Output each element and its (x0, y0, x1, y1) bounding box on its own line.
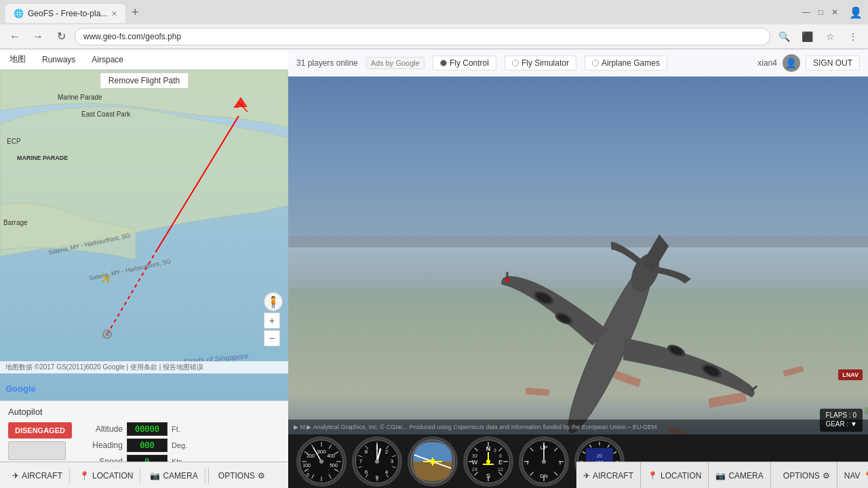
back-button[interactable]: ← (5, 27, 24, 46)
map-tabs: 地图 Runways Airspace (0, 49, 288, 70)
map-attribution: 地图数据 ©2017 GS(2011)6020 Google | 使用条款 | … (0, 361, 288, 373)
minimize-icon[interactable]: — (800, 5, 813, 20)
svg-text:3: 3 (391, 458, 394, 464)
bookmark-icon[interactable]: ☆ (821, 27, 840, 46)
user-profile-icon[interactable]: 👤 (849, 6, 863, 19)
address-bar[interactable] (75, 28, 770, 45)
location-icon: 📍 (79, 471, 90, 481)
players-online: 31 players online (296, 58, 358, 68)
sign-out-button[interactable]: SIGN OUT (806, 56, 860, 70)
main-content: 地图 Runways Airspace (0, 49, 868, 488)
streetview-icon[interactable]: 🧍 (264, 292, 283, 311)
cesium-attribution: ▶ M ▶ Analytical Graphics, Inc. © CGIar.… (294, 424, 656, 430)
svg-point-104 (542, 460, 546, 464)
toolbar-nav-nav[interactable]: NAV 📍 (837, 462, 868, 489)
label-marine-upper: MARINE PARADE (17, 155, 68, 161)
browser-tab[interactable]: 🌐 GeoFS - Free-to-pla... ✕ (5, 4, 125, 23)
sim-header: 31 players online Ads by Google Fly Cont… (288, 49, 868, 77)
tab-map[interactable]: 地图 (5, 51, 30, 68)
nav-item-aircraft[interactable]: ✈ AIRCRAFT (5, 468, 70, 483)
options-label: OPTIONS (218, 471, 255, 481)
aircraft-icon: ✈ (12, 471, 19, 481)
flaps-gear-indicator: FLAPS : 0 GEAR : ▼ (820, 409, 863, 432)
tab-close-icon[interactable]: ✕ (111, 9, 117, 18)
svg-text:0: 0 (307, 472, 309, 477)
nav-item-options[interactable]: OPTIONS ⚙ (212, 468, 272, 483)
fly-simulator-button[interactable]: Fly Simulator (505, 56, 576, 70)
cast-icon[interactable]: ⬛ (797, 27, 816, 46)
svg-text:4: 4 (385, 469, 389, 475)
svg-text:1: 1 (559, 460, 561, 465)
nav-item-camera[interactable]: 📷 CAMERA (143, 468, 205, 483)
map-svg (0, 70, 288, 401)
toolbar-aircraft-label: AIRCRAFT (593, 471, 633, 481)
fly-simulator-radio (512, 60, 519, 66)
user-avatar[interactable]: 👤 (783, 54, 800, 72)
nav-bar: ← → ↻ 🔍 ⬛ ☆ ⋮ (0, 24, 868, 49)
tab-favicon: 🌐 (14, 9, 24, 18)
label-east-coast: East Coast Park (81, 110, 130, 118)
svg-text:E: E (498, 459, 502, 466)
svg-text:400: 400 (327, 453, 335, 458)
airplane-games-button[interactable]: Airplane Games (585, 56, 667, 70)
nav-item-location[interactable]: 📍 LOCATION (73, 468, 140, 483)
airplane-games-label: Airplane Games (601, 58, 660, 68)
remove-flight-path-button[interactable]: Remove Flight Path (100, 73, 189, 89)
toolbar-nav-location[interactable]: 📍 LOCATION (641, 462, 709, 489)
altimeter-indicator: 1 2 3 4 5 6 7 8 (352, 436, 402, 487)
tab-bar: 🌐 GeoFS - Free-to-pla... ✕ + — □ ✕ 👤 (0, 0, 868, 24)
toolbar-aircraft-icon: ✈ (583, 471, 590, 481)
map-controls: 🧍 + − (264, 292, 283, 346)
svg-text:24: 24 (472, 467, 477, 472)
svg-text:3: 3 (494, 448, 496, 453)
svg-text:N: N (486, 445, 491, 452)
toolbar-nav-dot-icon: 📍 (863, 471, 868, 481)
tab-title: GeoFS - Free-to-pla... (28, 9, 107, 18)
heading-row: Heading 000 Deg. (85, 439, 280, 452)
altitude-value: 00000 (127, 422, 167, 436)
toolbar-nav-camera[interactable]: 📷 CAMERA (709, 462, 770, 489)
autopilot-disengaged-button[interactable]: DISENGAGED (8, 422, 72, 439)
altitude-label: Altitude (85, 424, 123, 434)
altitude-row: Altitude 00000 Ft. (85, 422, 280, 436)
maximize-icon[interactable]: □ (816, 5, 826, 20)
toolbar-nav-options[interactable]: OPTIONS ⚙ (776, 462, 837, 489)
left-panel: 地图 Runways Airspace (0, 49, 288, 488)
svg-text:100: 100 (302, 463, 311, 468)
toolbar-nav-aircraft[interactable]: ✈ AIRCRAFT (576, 462, 641, 489)
zoom-out-button[interactable]: − (264, 330, 280, 346)
toolbar-gear-icon: ⚙ (823, 471, 830, 481)
svg-text:6: 6 (499, 453, 502, 458)
svg-point-62 (375, 460, 379, 464)
toolbar-camera-label: CAMERA (728, 471, 763, 481)
heading-unit: Deg. (172, 441, 187, 449)
svg-text:W: W (472, 459, 478, 466)
svg-text:1: 1 (526, 460, 529, 465)
label-barrage: Barrage (3, 219, 28, 226)
tab-airspace[interactable]: Airspace (87, 52, 127, 67)
svg-text:200: 200 (307, 453, 315, 458)
svg-text:DN: DN (540, 473, 548, 479)
fly-control-button[interactable]: Fly Control (433, 56, 496, 70)
menu-icon[interactable]: ⋮ (844, 27, 863, 46)
heading-value: 000 (127, 439, 167, 452)
forward-button[interactable]: → (28, 27, 47, 46)
close-window-icon[interactable]: ✕ (829, 5, 841, 20)
gear-value: GEAR : ▼ (825, 420, 857, 428)
svg-point-3 (105, 332, 109, 336)
attitude-indicator (408, 436, 458, 487)
map-area[interactable]: Marine Parade East Coast Park ECP MARINE… (0, 70, 288, 401)
sim-toolbar: ✈ AIRCRAFT 📍 LOCATION 📷 CAMERA OPTIONS ⚙… (576, 462, 868, 488)
label-marine-parade: Marine Parade (58, 94, 102, 101)
heading-label: Heading (85, 441, 123, 450)
zoom-in-button[interactable]: + (264, 312, 280, 329)
refresh-button[interactable]: ↻ (52, 27, 71, 46)
svg-text:7: 7 (359, 458, 363, 464)
new-tab-button[interactable]: + (125, 3, 144, 22)
search-icon[interactable]: 🔍 (774, 27, 793, 46)
tab-runways[interactable]: Runways (38, 52, 79, 67)
svg-text:5: 5 (376, 474, 379, 481)
altitude-unit: Ft. (172, 425, 180, 433)
toolbar-location-icon: 📍 (648, 471, 658, 481)
svg-point-89 (486, 460, 490, 464)
